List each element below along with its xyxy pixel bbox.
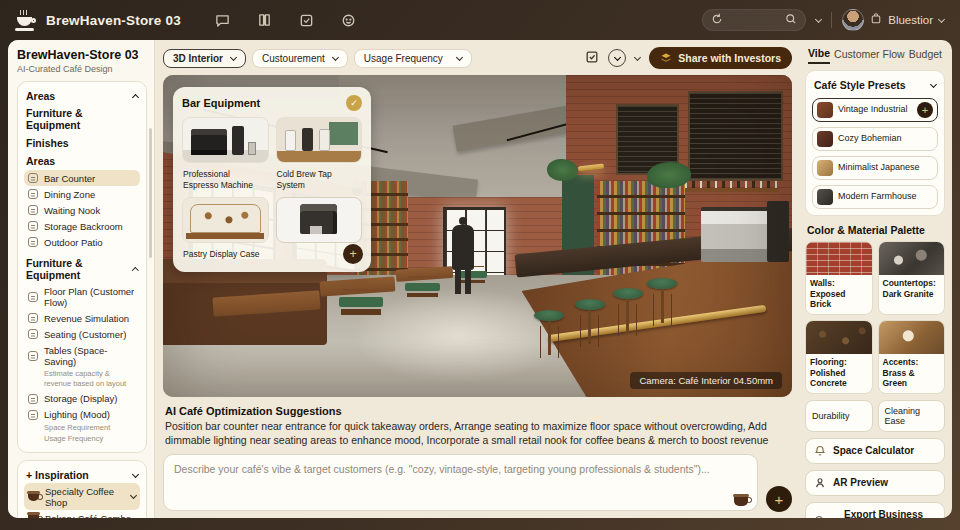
- chat-icon[interactable]: [215, 13, 230, 28]
- main-window: BrewHaven-Store 03 AI-Curated Café Desig…: [8, 40, 952, 518]
- bar-equipment-panel: Bar Equipment ✓ Professional Espresso Ma…: [173, 87, 371, 272]
- sidebar-item-bar-counter[interactable]: Bar Counter: [24, 170, 140, 186]
- submit-plus-button[interactable]: +: [766, 486, 792, 512]
- outdoor-patio-icon: [28, 237, 38, 247]
- equipment-thumb-machine[interactable]: [276, 197, 363, 243]
- space-calculator-button[interactable]: Space Calculator: [805, 438, 945, 464]
- topbar: BrewHaven-Store 03: [0, 0, 960, 40]
- sidebar-item-revenue-simulation[interactable]: Revenue Simulation: [24, 310, 140, 326]
- ar-preview-button[interactable]: AR Preview: [805, 470, 945, 496]
- org-icon: [870, 13, 882, 27]
- select-mode-icon[interactable]: [585, 50, 599, 67]
- ai-suggestions: AI Café Optimization Suggestions Positio…: [163, 397, 792, 447]
- palette-accents[interactable]: Accents: Brass & Green: [878, 320, 946, 394]
- tab-vibe[interactable]: Vibe: [808, 47, 830, 64]
- project-title: BrewHaven-Store 03: [17, 48, 147, 62]
- user-name: Bluestior: [888, 14, 933, 26]
- coffee-cup-logo-icon: [16, 11, 38, 29]
- durability-chip[interactable]: Durability: [805, 400, 873, 432]
- nav-link-furniture[interactable]: Furniture & Equipment: [24, 104, 140, 134]
- tables-subtext: Estimate capacity & revenue based on lay…: [24, 369, 140, 391]
- add-preset-button[interactable]: +: [917, 102, 933, 118]
- equipment-label: Cold Brew Tap System: [276, 168, 363, 192]
- view-mode-dropdown[interactable]: 3D Interior: [163, 49, 246, 68]
- preset-vintage-industrial[interactable]: Vintage Industrial +: [812, 98, 938, 122]
- filter-dropdown-1[interactable]: Custourement: [252, 49, 348, 68]
- sidebar-item-storage-backroom[interactable]: Storage Backroom: [24, 218, 140, 234]
- equipment-thumb-espresso[interactable]: [182, 117, 269, 163]
- equipment-label: Pastry Display Case: [182, 248, 269, 262]
- equipment-thumb-cold-brew[interactable]: [276, 117, 363, 163]
- suggestions-title: AI Café Optimization Suggestions: [165, 405, 790, 417]
- chevron-down-icon: [456, 53, 463, 60]
- collapse-circle-icon[interactable]: [608, 49, 626, 67]
- sidebar-item-lighting[interactable]: Lighting (Mood): [24, 407, 140, 423]
- revenue-simulation-icon: [28, 313, 38, 323]
- sidebar-item-storage-display[interactable]: Storage (Display): [24, 391, 140, 407]
- check-badge[interactable]: ✓: [346, 95, 362, 111]
- preset-minimalist-japanese[interactable]: Minimalist Japanese: [812, 156, 938, 180]
- nav-link-finishes[interactable]: Finishes: [24, 134, 140, 152]
- chevron-down-icon[interactable]: [634, 53, 641, 60]
- camera-label: Camera: Café Interior 04.50mm: [630, 372, 782, 389]
- sidebar-item-tables[interactable]: Tables (Space-Saving): [24, 342, 140, 369]
- sidebar-scrollbar[interactable]: [149, 128, 152, 258]
- book-icon[interactable]: [257, 13, 272, 28]
- preset-thumbnail: [817, 102, 833, 118]
- seating-icon: [28, 329, 38, 339]
- refresh-icon[interactable]: [711, 11, 723, 29]
- coffee-cup-icon: [28, 493, 39, 501]
- inspiration-header[interactable]: + Inspiration: [24, 467, 140, 483]
- preset-cozy-bohemian[interactable]: Cozy Bohemian: [812, 127, 938, 151]
- cleaning-ease-chip[interactable]: Cleaning Ease: [878, 400, 946, 432]
- sidebar-item-waiting-nook[interactable]: Waiting Nook: [24, 202, 140, 218]
- search-input[interactable]: [702, 9, 806, 31]
- equipment-thumb-pastry-case[interactable]: [182, 197, 269, 243]
- add-equipment-button[interactable]: +: [343, 244, 363, 264]
- tab-customer-flow[interactable]: Customer Flow: [834, 48, 905, 63]
- palette-countertops[interactable]: Countertops: Dark Granite: [878, 241, 946, 315]
- dining-zone-icon: [28, 189, 38, 199]
- tab-budget[interactable]: Budget: [909, 48, 942, 63]
- user-menu[interactable]: Bluestior: [842, 9, 944, 31]
- furniture-section-header[interactable]: Furniture & Equipment: [24, 255, 140, 283]
- export-proposal-button[interactable]: Export Business Proposal: [805, 502, 945, 518]
- target-icon: [814, 514, 824, 518]
- preset-thumbnail: [817, 131, 833, 147]
- sidebar-item-floor-plan[interactable]: Floor Plan (Customer Flow): [24, 283, 140, 310]
- chevron-down-icon: [132, 470, 139, 477]
- bell-icon: [814, 445, 826, 457]
- storage-display-icon: [28, 394, 38, 404]
- sidebar-item-outdoor-patio[interactable]: Outdoor Patio: [24, 234, 140, 250]
- preset-modern-farmhouse[interactable]: Modern Farmhouse: [812, 185, 938, 209]
- smiley-icon[interactable]: [341, 13, 356, 28]
- nav-header-areas[interactable]: Areas: [24, 88, 140, 104]
- inspiration-item-bakery[interactable]: Bakery-Café Combo: [24, 510, 140, 518]
- canvas-toolbar: 3D Interior Custourement Usage Frequency…: [163, 46, 792, 70]
- person-icon: [814, 477, 826, 489]
- inspiration-item-specialty[interactable]: Specialty Coffee Shop: [24, 483, 140, 510]
- equipment-label: Professional Espresso Machine: [182, 168, 269, 192]
- floor-plan-icon: [28, 292, 38, 302]
- sidebar-item-seating[interactable]: Seating (Customer): [24, 326, 140, 342]
- design-canvas[interactable]: Bar Equipment ✓ Professional Espresso Ma…: [163, 75, 792, 397]
- preset-thumbnail: [817, 160, 833, 176]
- storage-backroom-icon: [28, 221, 38, 231]
- lighting-icon: [28, 410, 38, 420]
- chevron-down-icon: [930, 80, 937, 87]
- palette-flooring[interactable]: Flooring: Polished Concrete: [805, 320, 873, 394]
- prompt-input[interactable]: [163, 454, 758, 511]
- suggestions-body: Position bar counter near entrance for q…: [165, 419, 790, 447]
- share-with-investors-button[interactable]: Share with Investors: [649, 47, 792, 69]
- palette-walls[interactable]: Walls: Exposed Brick: [805, 241, 873, 315]
- sidebar-item-dining-zone[interactable]: Dining Zone: [24, 186, 140, 202]
- filter-dropdown-2[interactable]: Usage Frequency: [354, 49, 472, 68]
- footnote-space-requirement: Space Requirement: [24, 423, 140, 435]
- search-icon[interactable]: [785, 11, 797, 29]
- chevron-down-icon[interactable]: [815, 15, 822, 22]
- coffee-cup-icon[interactable]: [734, 496, 748, 506]
- edit-check-icon[interactable]: [299, 13, 314, 28]
- left-sidebar: BrewHaven-Store 03 AI-Curated Café Desig…: [8, 40, 155, 518]
- app-logo[interactable]: BrewHaven-Store 03: [16, 11, 181, 29]
- presets-header[interactable]: Café Style Presets: [812, 77, 938, 93]
